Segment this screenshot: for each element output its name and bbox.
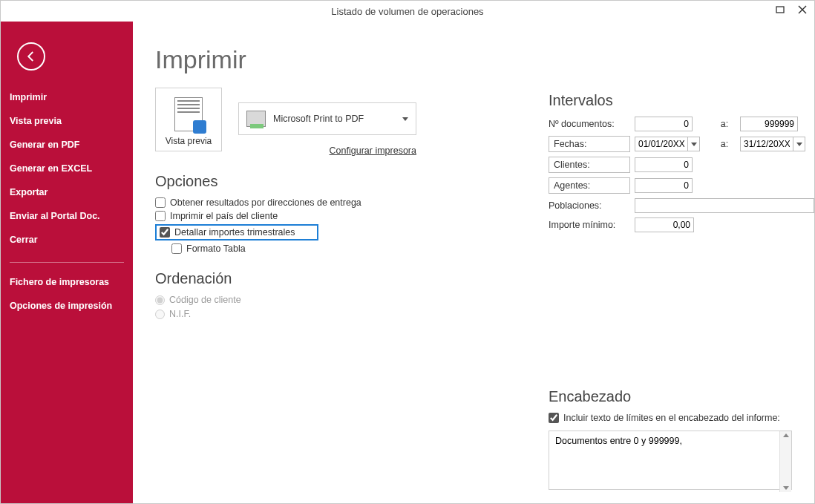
importe-min-label: Importe mínimo: — [549, 218, 630, 232]
arrow-left-icon — [24, 50, 38, 63]
opt-trimestrales-label: Detallar importes trimestrales — [174, 227, 295, 238]
window-title: Listado de volumen de operaciones — [331, 6, 483, 17]
encabezado-textarea[interactable] — [549, 431, 792, 490]
opt-direcciones-row[interactable]: Obtener resultados por direcciones de en… — [155, 197, 422, 208]
agentes-from-input[interactable] — [635, 178, 693, 193]
printer-name: Microsoft Print to PDF — [273, 114, 395, 124]
opt-pais-checkbox[interactable] — [155, 211, 166, 221]
sidebar: Imprimir Vista previa Generar en PDF Gen… — [1, 22, 133, 503]
incluir-texto-row[interactable]: Incluir texto de límites en el encabezad… — [549, 413, 792, 423]
maximize-icon[interactable] — [773, 2, 788, 17]
printer-dropdown[interactable]: Microsoft Print to PDF — [238, 102, 416, 135]
clientes-label-button[interactable]: Clientes: — [549, 157, 630, 173]
fecha-from-dropdown[interactable] — [688, 137, 700, 151]
incluir-texto-checkbox[interactable] — [549, 413, 559, 423]
close-icon[interactable] — [795, 2, 810, 17]
sidebar-item-opciones-impresion[interactable]: Opciones de impresión — [1, 294, 133, 318]
poblaciones-label: Poblaciones: — [549, 199, 630, 212]
fecha-to-dropdown[interactable] — [793, 137, 805, 151]
opt-direcciones-checkbox[interactable] — [155, 197, 166, 208]
sidebar-item-cerrar[interactable]: Cerrar — [1, 228, 133, 252]
opt-formato-tabla-label: Formato Tabla — [186, 243, 246, 254]
orden-nif-row[interactable]: N.I.F. — [155, 309, 422, 319]
ndoc-to-input[interactable] — [740, 117, 798, 131]
scroll-down-icon[interactable] — [783, 486, 789, 490]
scroll-up-icon[interactable] — [783, 433, 789, 437]
sidebar-item-exportar[interactable]: Exportar — [1, 180, 133, 204]
intervalos-heading: Intervalos — [549, 92, 792, 109]
document-preview-icon — [174, 97, 203, 131]
opt-trimestrales-row[interactable]: Detallar importes trimestrales — [160, 227, 314, 238]
opt-formato-tabla-checkbox[interactable] — [171, 243, 182, 254]
opt-pais-label: Imprimir el país del cliente — [170, 211, 278, 221]
importe-min-input[interactable] — [635, 217, 694, 232]
textarea-scrollbar[interactable] — [779, 431, 791, 492]
opt-direcciones-label: Obtener resultados por direcciones de en… — [170, 197, 361, 208]
sidebar-item-vista-previa[interactable]: Vista previa — [1, 109, 133, 133]
sidebar-item-imprimir[interactable]: Imprimir — [1, 85, 133, 109]
opt-pais-row[interactable]: Imprimir el país del cliente — [155, 211, 422, 221]
printer-icon — [246, 111, 266, 127]
sidebar-item-generar-excel[interactable]: Generar en EXCEL — [1, 157, 133, 180]
fechas-label-button[interactable]: Fechas: — [549, 136, 630, 152]
incluir-texto-label: Incluir texto de límites en el encabezad… — [563, 413, 780, 423]
agentes-label-button[interactable]: Agentes: — [549, 177, 630, 194]
orden-nif-radio[interactable] — [155, 310, 165, 319]
opt-trimestrales-checkbox[interactable] — [160, 227, 170, 238]
chevron-down-icon — [691, 143, 697, 146]
svg-rect-0 — [776, 7, 784, 13]
orden-codigo-radio[interactable] — [155, 295, 165, 305]
page-title: Imprimir — [155, 45, 792, 74]
orden-codigo-label: Código de cliente — [169, 295, 241, 305]
vista-previa-button[interactable]: Vista previa — [155, 88, 222, 151]
opt-trimestrales-highlight: Detallar importes trimestrales — [155, 224, 318, 240]
ndoc-from-input[interactable] — [635, 117, 693, 131]
configure-printer-link[interactable]: Configurar impresora — [330, 145, 416, 156]
orden-nif-label: N.I.F. — [169, 309, 191, 319]
fecha-from-input[interactable] — [635, 137, 688, 151]
fecha-to-input[interactable] — [740, 137, 793, 151]
orden-codigo-row[interactable]: Código de cliente — [155, 295, 422, 305]
vista-previa-label: Vista previa — [166, 136, 212, 146]
chevron-down-icon — [796, 143, 802, 146]
encabezado-heading: Encabezado — [549, 388, 792, 405]
a-label-1: a: — [713, 119, 736, 129]
sidebar-separator — [10, 262, 124, 263]
sidebar-item-generar-pdf[interactable]: Generar en PDF — [1, 133, 133, 157]
opt-formato-tabla-row[interactable]: Formato Tabla — [171, 243, 422, 254]
opciones-heading: Opciones — [155, 173, 422, 190]
a-label-2: a: — [713, 139, 736, 149]
sidebar-item-enviar-portal[interactable]: Enviar al Portal Doc. — [1, 204, 133, 228]
chevron-down-icon — [402, 117, 408, 121]
titlebar: Listado de volumen de operaciones — [1, 1, 814, 22]
ordenacion-heading: Ordenación — [155, 270, 422, 287]
ndoc-label: Nº documentos: — [549, 117, 630, 131]
sidebar-item-fichero-impresoras[interactable]: Fichero de impresoras — [1, 270, 133, 294]
poblaciones-from-input[interactable] — [635, 198, 814, 213]
back-button[interactable] — [17, 42, 45, 71]
clientes-from-input[interactable] — [635, 157, 693, 172]
